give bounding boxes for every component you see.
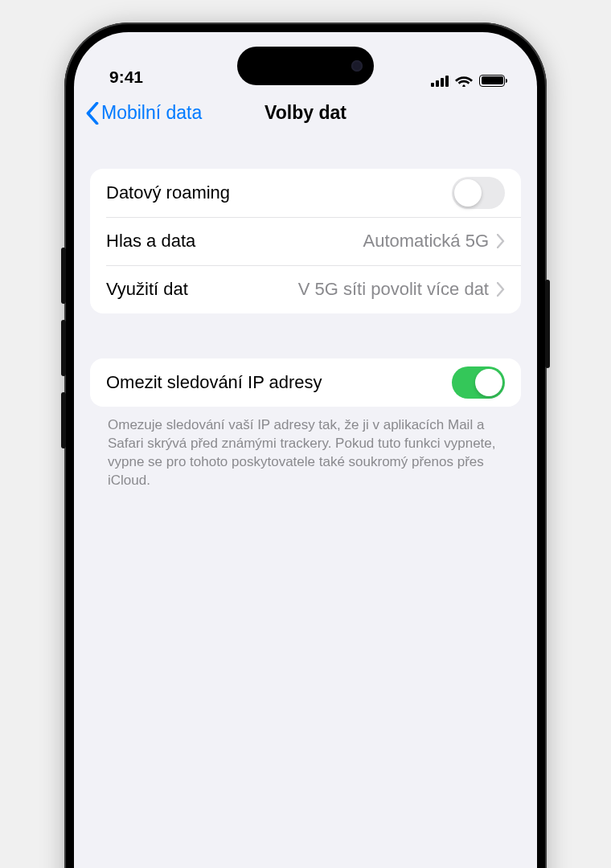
- chevron-right-icon: [497, 234, 505, 248]
- row-value: Automatická 5G: [363, 231, 489, 252]
- toggle-data-roaming[interactable]: [452, 177, 505, 209]
- chevron-right-icon: [497, 282, 505, 297]
- battery-icon: [479, 75, 505, 87]
- page-title: Volby dat: [264, 102, 347, 124]
- nav-bar: Mobilní data Volby dat: [74, 90, 537, 137]
- wifi-icon: [455, 74, 473, 87]
- content: Datový roaming Hlas a data Automatická 5…: [74, 137, 537, 490]
- dynamic-island: [237, 47, 374, 85]
- screen: 9:41 Mobilní data Volby dat Datový roami…: [74, 32, 537, 868]
- chevron-left-icon: [85, 102, 100, 125]
- row-data-roaming[interactable]: Datový roaming: [90, 169, 521, 217]
- row-value: V 5G síti povolit více dat: [298, 279, 489, 300]
- status-time: 9:41: [109, 68, 143, 87]
- cellular-signal-icon: [431, 75, 449, 87]
- settings-group-data: Datový roaming Hlas a data Automatická 5…: [90, 169, 521, 313]
- settings-group-privacy: Omezit sledování IP adresy: [90, 358, 521, 407]
- phone-frame: 9:41 Mobilní data Volby dat Datový roami…: [64, 23, 547, 868]
- row-limit-ip-tracking[interactable]: Omezit sledování IP adresy: [90, 358, 521, 407]
- row-label: Omezit sledování IP adresy: [106, 372, 322, 393]
- status-indicators: [431, 74, 505, 87]
- row-label: Hlas a data: [106, 231, 195, 252]
- row-data-mode[interactable]: Využití dat V 5G síti povolit více dat: [90, 265, 521, 313]
- back-label: Mobilní data: [101, 102, 202, 124]
- back-button[interactable]: Mobilní data: [74, 102, 202, 125]
- row-label: Využití dat: [106, 279, 188, 300]
- row-label: Datový roaming: [106, 182, 230, 203]
- group-footer-text: Omezuje sledování vaší IP adresy tak, že…: [90, 407, 521, 490]
- toggle-limit-ip-tracking[interactable]: [452, 366, 505, 399]
- row-voice-and-data[interactable]: Hlas a data Automatická 5G: [90, 217, 521, 265]
